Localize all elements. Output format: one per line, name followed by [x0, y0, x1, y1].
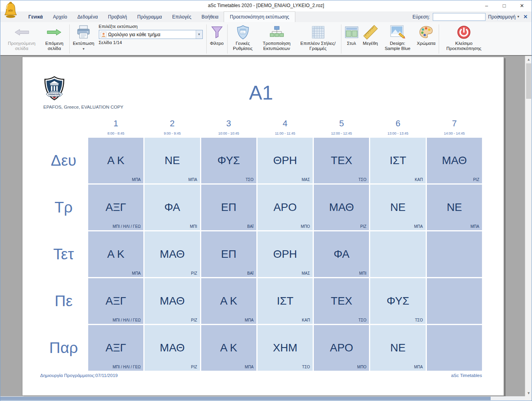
close-preview-label: Κλείσιμο Προεπισκόπησης	[442, 41, 486, 51]
teacher-label: ΜΠΙ / ΗΛΙ / ΓΕΩ	[113, 365, 141, 369]
teacher-label: ΚΑΠ	[302, 318, 310, 322]
lesson-cell: ΝΕΜΠΑ	[370, 325, 425, 371]
minimize-button[interactable]: –	[478, 0, 495, 11]
menu-item-5[interactable]: Πρόγραμμα	[132, 11, 167, 22]
design-button[interactable]: Design: Sample Blue	[380, 23, 415, 55]
subject-label: ΑΡΟ	[273, 201, 297, 214]
customize-menu[interactable]: Προσαρμογή ▼	[488, 14, 520, 20]
menu-bar: ΓενικάΑρχείοΔεδομέναΠροβολήΠρόγραμμαΕπιλ…	[0, 11, 532, 22]
vertical-scrollbar[interactable]: ▲ ▼	[525, 56, 532, 396]
style-button[interactable]: Στυλ	[343, 23, 361, 55]
close-preview-button[interactable]: Κλείσιμο Προεπισκόπησης	[440, 23, 488, 55]
customize-label: Προσαρμογή	[488, 14, 516, 20]
sizes-button[interactable]: Μεγέθη	[361, 23, 380, 55]
subject-label: ΝΕ	[390, 342, 406, 354]
period-number: 2	[170, 118, 174, 129]
day-label: Δευ	[40, 138, 87, 183]
menu-item-7[interactable]: Βοήθεια	[196, 11, 224, 22]
general-settings-button[interactable]: Γενικές Ρυθμίσεις	[229, 23, 257, 55]
scroll-up-icon[interactable]: ▲	[525, 56, 532, 63]
modify-printouts-button[interactable]: Τροποποίηση Εκτυπώσεων	[257, 23, 297, 55]
menu-item-2[interactable]: Αρχείο	[48, 11, 72, 22]
scroll-down-icon[interactable]: ▼	[525, 390, 532, 396]
filter-button[interactable]: Φίλτρο	[208, 23, 226, 55]
teacher-label: ΜΑΣ	[302, 177, 310, 182]
lesson-cell: ΦΑΜΠΙ	[145, 185, 200, 230]
toolbar: Προηγούμενη σελίδα Επόμενη σελίδα	[0, 22, 532, 56]
teacher-label: ΜΠΙ	[190, 224, 197, 229]
teacher-label: ΚΑΠ	[415, 177, 423, 182]
print-type-value: Ωρολόγιο για κάθε τμήμα	[108, 32, 196, 37]
teacher-label: ΜΠΙ / ΗΛΙ / ΓΕΩ	[113, 224, 141, 229]
period-header: 613:00 - 13:45	[370, 116, 425, 137]
arrow-right-icon	[46, 24, 62, 41]
previous-page-label: Προηγούμενη σελίδα	[5, 41, 39, 51]
menu-item-6[interactable]: Επιλογές	[167, 11, 196, 22]
print-type-dropdown-arrow[interactable]: ▼	[196, 30, 202, 39]
tab-print-preview[interactable]: Προεπισκόπηση εκτύπωσης	[224, 11, 296, 22]
subject-label: ΜΑΘ	[160, 342, 185, 354]
app-bell-icon[interactable]: aSc	[3, 1, 19, 20]
vertical-scroll-thumb[interactable]	[526, 63, 531, 99]
next-page-button[interactable]: Επόμενη σελίδα	[41, 23, 68, 55]
menu-item-3[interactable]: Δεδομένα	[72, 11, 103, 22]
lesson-cell: ΕΠΒΑΪ	[201, 231, 256, 277]
search-input[interactable]	[433, 13, 497, 20]
teacher-label: ΡΙΖ	[191, 271, 197, 275]
period-number: 6	[395, 118, 400, 129]
palette-icon	[419, 24, 434, 41]
subject-label: Α Κ	[220, 295, 237, 307]
subject-label: ΑΡΟ	[330, 342, 353, 354]
teacher-label: ΜΠΑ	[414, 224, 423, 229]
lesson-cell: ΜΑΘΡΙΖ	[145, 231, 200, 277]
lesson-cell: ΑΡΟΜΠΟ	[314, 325, 369, 371]
close-search-icon[interactable]: ✕	[523, 14, 528, 20]
subject-label: ΦΑ	[164, 201, 180, 214]
school-name-line: EPAFOS, Greece, EVALUATION COPY	[43, 105, 123, 109]
subject-label: Α Κ	[220, 342, 237, 354]
teacher-label: ΜΠΑ	[414, 365, 423, 369]
lesson-cell: ΜΑΘΡΙΖ	[427, 138, 482, 183]
print-button[interactable]: Εκτύπωση ▼	[71, 23, 96, 55]
lesson-cell: ΙΣΤΚΑΠ	[258, 278, 313, 324]
lesson-cell: Α ΚΜΠΑ	[201, 325, 256, 371]
period-header: 29:00 - 9:45	[145, 116, 200, 137]
toolbar-separator	[227, 24, 228, 54]
lesson-cell: ΕΠΒΑΪ	[201, 185, 256, 230]
period-number: 4	[283, 118, 287, 129]
horizontal-scrollbar[interactable]	[0, 396, 525, 401]
find-combobox[interactable]: ▼	[433, 13, 486, 21]
preview-area: University EPAFOS, Greece, EVALUATION CO…	[0, 56, 525, 396]
subject-label: ΦΑ	[334, 248, 349, 261]
lesson-cell: Α ΚΜΠΑ	[88, 138, 143, 183]
lesson-cell: ΙΣΤΚΑΠ	[370, 138, 425, 183]
teacher-label: ΜΠΟ	[301, 224, 310, 229]
print-type-combobox[interactable]: Ωρολόγιο για κάθε τμήμα ▼	[99, 30, 203, 39]
teacher-label: ΡΙΖ	[360, 224, 367, 229]
subject-label: ΤΕΧ	[331, 154, 352, 167]
menu-item-4[interactable]: Προβολή	[103, 11, 132, 22]
subject-label: ΜΑΘ	[160, 248, 185, 261]
extra-columns-label: Επιπλέον Στήλες/Γραμμές	[298, 41, 338, 51]
window-title: aSc Timetables 2020 - [DEMO_ENIAIO_LYKEI…	[0, 3, 532, 8]
subject-label: ΑΞΓ	[106, 295, 126, 307]
filter-label: Φίλτρο	[210, 41, 224, 46]
teacher-label: ΤΣΟ	[246, 177, 254, 182]
teacher-label: ΒΑΪ	[247, 271, 254, 275]
menu-item-1[interactable]: Γενικά	[23, 11, 48, 22]
previous-page-button[interactable]: Προηγούμενη σελίδα	[3, 23, 41, 55]
subject-label: ΦΥΣ	[217, 154, 240, 167]
horizontal-scroll-thumb[interactable]	[0, 397, 491, 400]
toolbar-separator	[341, 24, 341, 54]
period-number: 5	[339, 118, 344, 129]
close-button[interactable]: ✕	[513, 0, 531, 11]
maximize-button[interactable]: □	[495, 0, 513, 11]
extra-columns-button[interactable]: Επιπλέον Στήλες/Γραμμές	[297, 23, 340, 55]
period-header: 18:00 - 8:45	[88, 116, 143, 137]
design-picture-icon	[390, 24, 406, 41]
lesson-cell: ΦΑΜΠΙ	[314, 231, 369, 277]
layout-style-icon	[345, 24, 359, 41]
colors-button[interactable]: Χρώματα	[415, 23, 438, 55]
toolbar-separator	[206, 24, 207, 54]
subject-label: ΜΑΘ	[442, 154, 467, 167]
